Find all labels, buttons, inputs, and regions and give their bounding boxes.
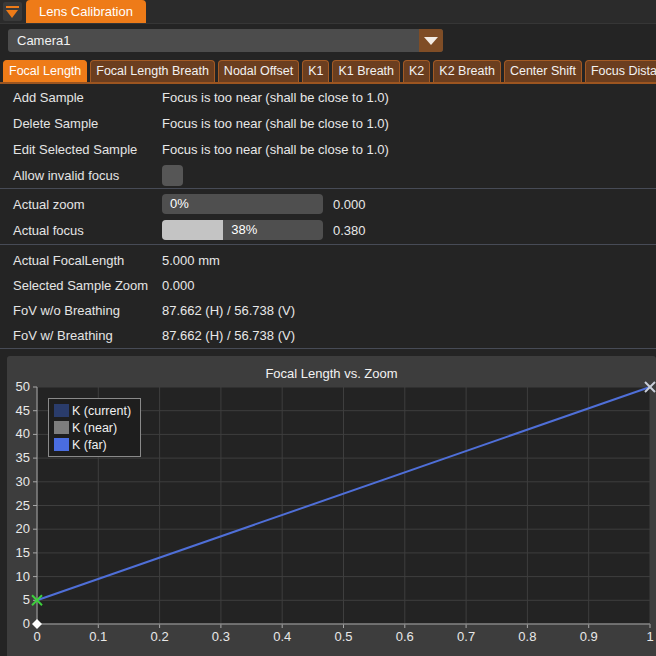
tab-focal-length-breath[interactable]: Focal Length Breath: [90, 60, 215, 82]
svg-text:0.8: 0.8: [518, 629, 536, 644]
tab-k2[interactable]: K2: [403, 60, 430, 82]
actual-zoom-percent: 0%: [170, 194, 189, 214]
actual-focallength-row: Actual FocalLength 5.000 mm: [0, 248, 656, 273]
tab-focus-distance[interactable]: Focus Distance: [585, 60, 656, 82]
svg-text:40: 40: [16, 426, 30, 441]
svg-text:20: 20: [16, 521, 30, 536]
svg-text:0.6: 0.6: [396, 629, 414, 644]
tab-nodal-offset[interactable]: Nodal Offset: [218, 60, 299, 82]
delete-sample-row: Delete Sample Focus is too near (shall b…: [0, 110, 656, 136]
delete-sample-status: Focus is too near (shall be close to 1.0…: [162, 116, 656, 131]
tab-k2-breath[interactable]: K2 Breath: [433, 60, 501, 82]
svg-text:0: 0: [23, 616, 30, 631]
svg-text:5: 5: [23, 592, 30, 607]
svg-text:35: 35: [16, 450, 30, 465]
edit-selected-sample-status: Focus is too near (shall be close to 1.0…: [162, 142, 656, 157]
sample-actions-section: Add Sample Focus is too near (shall be c…: [0, 84, 656, 188]
svg-text:30: 30: [16, 474, 30, 489]
svg-text:0.5: 0.5: [334, 629, 352, 644]
tab-center-shift[interactable]: Center Shift: [504, 60, 582, 82]
calibration-tabs: Focal Length Focal Length Breath Nodal O…: [0, 60, 656, 82]
title-bar: Lens Calibration: [0, 0, 656, 24]
chart-legend: K (current) K (near) K (far): [48, 398, 141, 457]
camera-select-value: Camera1: [17, 29, 70, 52]
actual-focus-row: Actual focus 38% 0.380: [0, 217, 656, 243]
legend-item-k-current: K (current): [54, 402, 131, 419]
legend-label-k-near: K (near): [72, 421, 117, 435]
fov-w-breathing-value: 87.662 (H) / 56.738 (V): [162, 328, 656, 343]
tab-k1[interactable]: K1: [302, 60, 329, 82]
svg-text:0.4: 0.4: [273, 629, 291, 644]
actual-focus-percent: 38%: [231, 220, 257, 240]
legend-item-k-far: K (far): [54, 436, 131, 453]
legend-label-k-far: K (far): [72, 438, 107, 452]
separator: [0, 188, 656, 189]
collapse-icon-triangle: [6, 10, 18, 18]
collapse-panel-icon[interactable]: [3, 2, 22, 21]
actual-focallength-value: 5.000 mm: [162, 253, 656, 268]
actual-values-section: Actual zoom 0% 0.000 Actual focus 38% 0.…: [0, 191, 656, 243]
legend-swatch-k-current: [54, 404, 69, 417]
legend-item-k-near: K (near): [54, 419, 131, 436]
allow-invalid-focus-checkbox[interactable]: [162, 165, 183, 186]
info-section: Actual FocalLength 5.000 mm Selected Sam…: [0, 248, 656, 348]
separator: [0, 244, 656, 245]
svg-text:25: 25: [16, 498, 30, 513]
edit-selected-sample-button[interactable]: Edit Selected Sample: [0, 142, 162, 157]
allow-invalid-focus-row: Allow invalid focus: [0, 162, 656, 188]
collapse-icon-bar: [6, 6, 19, 8]
legend-label-k-current: K (current): [72, 404, 131, 418]
legend-swatch-k-near: [54, 421, 69, 434]
legend-swatch-k-far: [54, 438, 69, 451]
svg-text:10: 10: [16, 569, 30, 584]
actual-zoom-progressbar[interactable]: 0%: [162, 194, 323, 214]
actual-zoom-label: Actual zoom: [0, 197, 162, 212]
selected-sample-zoom-label: Selected Sample Zoom: [0, 278, 162, 293]
svg-text:0.1: 0.1: [89, 629, 107, 644]
svg-text:45: 45: [16, 403, 30, 418]
allow-invalid-focus-label: Allow invalid focus: [0, 168, 162, 183]
actual-focallength-label: Actual FocalLength: [0, 253, 162, 268]
separator: [0, 348, 656, 349]
svg-text:0.2: 0.2: [151, 629, 169, 644]
svg-text:0: 0: [33, 629, 40, 644]
fov-wo-breathing-label: FoV w/o Breathing: [0, 303, 162, 318]
add-sample-button[interactable]: Add Sample: [0, 90, 162, 105]
selected-sample-zoom-value: 0.000: [162, 278, 656, 293]
svg-text:15: 15: [16, 545, 30, 560]
edit-selected-sample-row: Edit Selected Sample Focus is too near (…: [0, 136, 656, 162]
add-sample-row: Add Sample Focus is too near (shall be c…: [0, 84, 656, 110]
svg-text:0.9: 0.9: [580, 629, 598, 644]
actual-focus-progress-fill: [162, 220, 223, 240]
svg-text:1: 1: [646, 629, 653, 644]
camera-select[interactable]: Camera1: [8, 29, 443, 52]
panel-tab-lens-calibration[interactable]: Lens Calibration: [26, 0, 146, 23]
delete-sample-button[interactable]: Delete Sample: [0, 116, 162, 131]
camera-select-dropdown-button[interactable]: [419, 29, 443, 52]
tab-k1-breath[interactable]: K1 Breath: [332, 60, 400, 82]
tab-focal-length[interactable]: Focal Length: [3, 60, 87, 82]
fov-w-breathing-label: FoV w/ Breathing: [0, 328, 162, 343]
actual-zoom-value: 0.000: [333, 197, 366, 212]
svg-text:0.3: 0.3: [212, 629, 230, 644]
fov-w-breathing-row: FoV w/ Breathing 87.662 (H) / 56.738 (V): [0, 323, 656, 348]
chevron-down-icon: [424, 37, 438, 45]
svg-text:50: 50: [16, 379, 30, 394]
fov-wo-breathing-row: FoV w/o Breathing 87.662 (H) / 56.738 (V…: [0, 298, 656, 323]
actual-focus-label: Actual focus: [0, 223, 162, 238]
actual-focus-progressbar[interactable]: 38%: [162, 220, 323, 240]
actual-focus-value: 0.380: [333, 223, 366, 238]
add-sample-status: Focus is too near (shall be close to 1.0…: [162, 90, 656, 105]
fov-wo-breathing-value: 87.662 (H) / 56.738 (V): [162, 303, 656, 318]
focal-length-chart-panel: Focal Length vs. Zoom 00.10.20.30.40.50.…: [7, 356, 656, 656]
allow-invalid-focus-cell: [162, 165, 656, 186]
svg-text:0.7: 0.7: [457, 629, 475, 644]
actual-zoom-row: Actual zoom 0% 0.000: [0, 191, 656, 217]
selected-sample-zoom-row: Selected Sample Zoom 0.000: [0, 273, 656, 298]
